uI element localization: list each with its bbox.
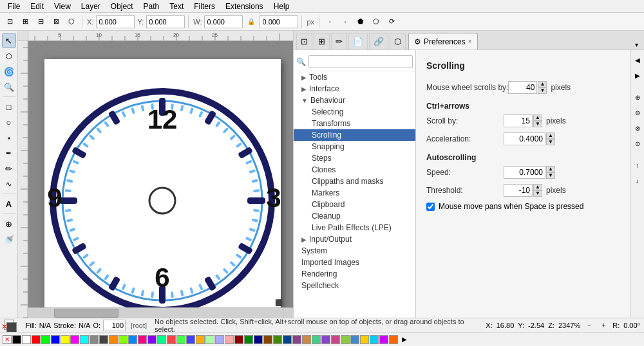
node-tool[interactable]: ⬡ xyxy=(2,49,16,63)
horizontal-scrollbar[interactable] xyxy=(28,307,293,318)
right-panel-btn7[interactable]: ↑ xyxy=(630,158,645,172)
calligraphy-tool[interactable]: ∿ xyxy=(2,177,16,191)
transform-btn-2[interactable]: ⬞ xyxy=(338,15,352,29)
color-blue[interactable] xyxy=(51,335,60,344)
color-olive[interactable] xyxy=(273,335,282,344)
transform-btn-1[interactable]: ⬝ xyxy=(323,15,337,29)
speed-up[interactable]: ▲ xyxy=(546,166,555,172)
color-violet[interactable] xyxy=(147,335,156,344)
menu-filters[interactable]: Filters xyxy=(189,0,220,12)
transform-btn-5[interactable]: ⟳ xyxy=(384,15,399,29)
mouse-wheel-up[interactable]: ▲ xyxy=(538,81,547,87)
speed-down[interactable]: ▼ xyxy=(546,172,555,179)
color-cornflower[interactable] xyxy=(186,335,195,344)
fill-stroke-indicator[interactable]: ✕ xyxy=(4,320,22,331)
pref-tab-arrow[interactable]: ▾ xyxy=(631,39,641,50)
color-brown[interactable] xyxy=(263,335,272,344)
gradient-tool[interactable]: ⊕ xyxy=(2,217,16,231)
zoom-out[interactable]: − xyxy=(584,320,594,331)
color-periwinkle[interactable] xyxy=(215,335,224,344)
color-green[interactable] xyxy=(41,335,50,344)
color-teal[interactable] xyxy=(283,335,292,344)
color-orange[interactable] xyxy=(109,335,118,344)
color-extra4[interactable] xyxy=(331,335,340,344)
color-extra5[interactable] xyxy=(341,335,350,344)
dropper-tool[interactable]: 🚿 xyxy=(2,232,16,246)
canvas-area[interactable]: 5 10 15 20 25 xyxy=(18,31,293,318)
menu-view[interactable]: View xyxy=(49,0,76,12)
threshold-up[interactable]: ▲ xyxy=(533,184,542,190)
select-tool[interactable]: ↖ xyxy=(2,33,16,48)
acceleration-down[interactable]: ▼ xyxy=(546,139,555,145)
pen-tool[interactable]: ✏ xyxy=(2,161,16,176)
search-input[interactable] xyxy=(308,55,413,68)
star-tool[interactable]: ⋆ xyxy=(2,131,16,145)
color-pink[interactable] xyxy=(138,335,147,344)
tree-tools[interactable]: ▶ Tools xyxy=(294,71,415,83)
color-white[interactable] xyxy=(22,335,31,344)
color-lightpink[interactable] xyxy=(225,335,234,344)
color-magenta[interactable] xyxy=(70,335,79,344)
color-yellow[interactable] xyxy=(61,335,70,344)
scroll-by-down[interactable]: ▼ xyxy=(533,121,542,127)
color-extra3[interactable] xyxy=(321,335,330,344)
menu-file[interactable]: File xyxy=(3,0,25,12)
right-panel-btn4[interactable]: ⊖ xyxy=(630,105,645,120)
color-darkgray[interactable] xyxy=(99,335,108,344)
right-panel-btn3[interactable]: ⊕ xyxy=(630,90,645,104)
y-input[interactable] xyxy=(146,15,185,28)
zoom-tool[interactable]: 🔍 xyxy=(2,80,16,94)
snap-btn-5[interactable]: ⬡ xyxy=(64,15,79,29)
color-lime[interactable] xyxy=(118,335,128,344)
pref-tab-doc[interactable]: 📄 xyxy=(348,33,368,50)
right-panel-btn8[interactable]: ↓ xyxy=(630,174,645,188)
tree-input-output[interactable]: ▶ Input/Output xyxy=(294,233,415,245)
color-palegreen[interactable] xyxy=(205,335,214,344)
color-extra10[interactable] xyxy=(389,335,398,344)
opacity-input[interactable] xyxy=(103,320,126,331)
scroll-by-up[interactable]: ▲ xyxy=(533,114,542,121)
pref-tab-close[interactable]: × xyxy=(468,38,472,45)
right-panel-btn6[interactable]: ⊙ xyxy=(630,136,645,150)
tree-markers[interactable]: Markers xyxy=(294,187,415,199)
pref-tab-edit[interactable]: ✏ xyxy=(331,33,347,50)
color-cyan[interactable] xyxy=(80,335,89,344)
menu-text[interactable]: Text xyxy=(164,0,189,12)
tree-lpe[interactable]: Live Path Effects (LPE) xyxy=(294,222,415,233)
tree-snapping[interactable]: Snapping xyxy=(294,141,415,152)
h-input[interactable] xyxy=(260,15,298,28)
color-black[interactable] xyxy=(12,335,21,344)
transform-btn-4[interactable]: ⬠ xyxy=(369,15,383,29)
pref-tab-snap[interactable]: ⊡ xyxy=(296,33,312,50)
color-extra8[interactable] xyxy=(370,335,379,344)
color-lightgreen[interactable] xyxy=(176,335,185,344)
pref-tab-snap2[interactable]: 🔗 xyxy=(369,33,388,50)
tree-rendering[interactable]: Rendering xyxy=(294,268,415,280)
tree-clipboard[interactable]: Clipboard xyxy=(294,199,415,210)
pref-tab-view[interactable]: ⊞ xyxy=(314,33,330,50)
tree-clones[interactable]: Clones xyxy=(294,164,415,176)
right-panel-btn2[interactable]: ▶ xyxy=(630,68,645,82)
speed-input[interactable] xyxy=(504,166,545,179)
transparent-swatch[interactable]: ✕ xyxy=(3,335,12,344)
tree-spellcheck[interactable]: Spellcheck xyxy=(294,280,415,291)
zoom-in[interactable]: + xyxy=(598,320,609,331)
tree-cleanup[interactable]: Cleanup xyxy=(294,210,415,222)
tree-scrolling[interactable]: Scrolling xyxy=(294,129,415,141)
tree-selecting[interactable]: Selecting xyxy=(294,106,415,118)
right-panel-btn5[interactable]: ⊗ xyxy=(630,121,645,135)
circle-tool[interactable]: ○ xyxy=(2,115,16,129)
x-input[interactable] xyxy=(96,15,135,28)
color-purple[interactable] xyxy=(292,335,301,344)
snap-btn-2[interactable]: ⊞ xyxy=(18,15,32,29)
text-tool[interactable]: A xyxy=(2,197,16,211)
acceleration-up[interactable]: ▲ xyxy=(546,132,555,139)
right-panel-btn1[interactable]: ◀ xyxy=(630,53,645,67)
color-extra6[interactable] xyxy=(350,335,359,344)
pref-tab-node[interactable]: ⬡ xyxy=(390,33,406,50)
pref-tab-preferences[interactable]: ⚙ Preferences × xyxy=(408,33,478,50)
lock-proportions[interactable]: 🔒 xyxy=(244,15,258,29)
tweak-tool[interactable]: 🌀 xyxy=(2,64,16,78)
color-darkblue[interactable] xyxy=(254,335,263,344)
color-salmon[interactable] xyxy=(167,335,176,344)
